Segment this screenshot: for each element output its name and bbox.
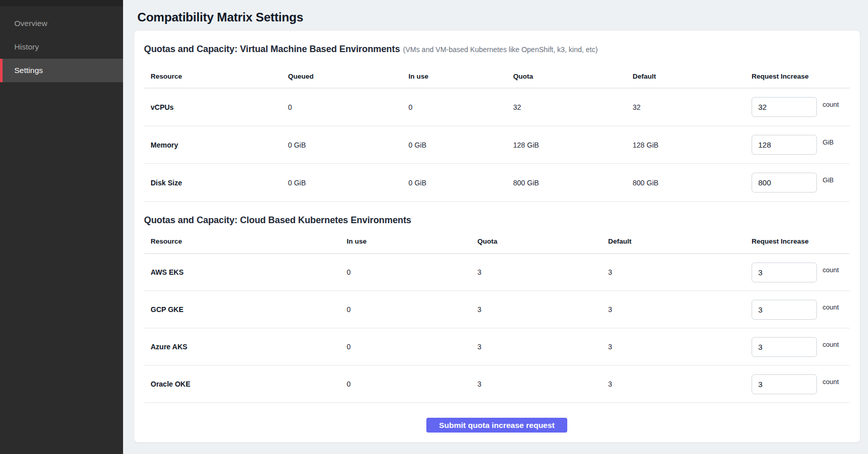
in-use-value: 0 GiB xyxy=(408,141,513,149)
quota-value: 128 GiB xyxy=(513,141,633,149)
page-title: Compatibility Matrix Settings xyxy=(137,10,860,25)
in-use-value: 0 GiB xyxy=(408,179,513,187)
in-use-value: 0 xyxy=(408,103,513,111)
azure-aks-request-input[interactable] xyxy=(752,337,817,357)
cloud-table-header: Resource In use Quota Default Request In… xyxy=(144,229,850,254)
col-header-queued: Queued xyxy=(288,73,408,80)
cloud-section-title: Quotas and Capacity: Cloud Based Kuberne… xyxy=(144,215,412,225)
default-value: 3 xyxy=(608,305,752,314)
resource-label: AWS EKS xyxy=(151,268,347,276)
quota-value: 32 xyxy=(513,103,633,111)
col-header-resource: Resource xyxy=(151,237,347,245)
resource-label: Oracle OKE xyxy=(151,380,347,388)
request-increase-cell: GiB xyxy=(752,135,850,155)
resource-label: Memory xyxy=(151,141,288,149)
sidebar-item-label: Settings xyxy=(14,66,43,75)
default-value: 3 xyxy=(608,268,752,276)
resource-label: Disk Size xyxy=(151,179,288,187)
in-use-value: 0 xyxy=(347,305,477,314)
table-row-vcpus: vCPUs 0 0 32 32 count xyxy=(144,88,850,126)
quota-value: 3 xyxy=(477,268,608,276)
quota-value: 800 GiB xyxy=(513,179,633,187)
table-row-azure-aks: Azure AKS 0 3 3 count xyxy=(144,328,850,366)
memory-request-input[interactable] xyxy=(752,135,817,155)
vm-section-title: Quotas and Capacity: Virtual Machine Bas… xyxy=(144,44,400,54)
disk-size-request-input[interactable] xyxy=(752,173,817,193)
resource-label: vCPUs xyxy=(151,103,288,111)
table-row-disk-size: Disk Size 0 GiB 0 GiB 800 GiB 800 GiB Gi… xyxy=(144,164,850,202)
unit-label: count xyxy=(823,378,839,386)
col-header-default: Default xyxy=(608,237,752,245)
table-row-gcp-gke: GCP GKE 0 3 3 count xyxy=(144,291,850,328)
cloud-section: Quotas and Capacity: Cloud Based Kuberne… xyxy=(144,214,850,403)
sidebar-item-history[interactable]: History xyxy=(0,35,123,59)
in-use-value: 0 xyxy=(347,268,477,276)
unit-label: GiB xyxy=(823,138,834,146)
request-increase-cell: count xyxy=(752,300,850,320)
main-content: Compatibility Matrix Settings Quotas and… xyxy=(123,0,868,454)
sidebar-item-label: Overview xyxy=(14,19,47,28)
request-increase-cell: count xyxy=(752,97,850,117)
vm-section: Quotas and Capacity: Virtual Machine Bas… xyxy=(144,43,850,202)
sidebar-item-label: History xyxy=(14,42,39,52)
col-header-request-increase: Request Increase xyxy=(752,237,850,245)
default-value: 32 xyxy=(633,103,752,111)
queued-value: 0 GiB xyxy=(288,179,408,187)
unit-label: count xyxy=(823,341,839,348)
submit-quota-increase-button[interactable]: Submit quota increase request xyxy=(426,418,568,433)
vm-table: Resource Queued In use Quota Default Req… xyxy=(144,65,850,202)
settings-card: Quotas and Capacity: Virtual Machine Bas… xyxy=(134,30,860,443)
col-header-resource: Resource xyxy=(151,73,288,80)
table-row-oracle-oke: Oracle OKE 0 3 3 count xyxy=(144,366,850,403)
active-accent-bar xyxy=(0,59,3,82)
vm-section-subtitle: (VMs and VM-based Kubernetes like OpenSh… xyxy=(403,45,597,54)
vm-table-header: Resource Queued In use Quota Default Req… xyxy=(144,65,850,88)
default-value: 3 xyxy=(608,343,752,351)
quota-value: 3 xyxy=(477,305,608,314)
table-row-aws-eks: AWS EKS 0 3 3 count xyxy=(144,254,850,291)
request-increase-cell: count xyxy=(752,337,850,357)
col-header-quota: Quota xyxy=(477,237,608,245)
unit-label: count xyxy=(823,101,839,108)
quota-value: 3 xyxy=(477,343,608,351)
in-use-value: 0 xyxy=(347,343,477,351)
cloud-section-heading: Quotas and Capacity: Cloud Based Kuberne… xyxy=(144,214,850,226)
vcpus-request-input[interactable] xyxy=(752,97,817,117)
quota-value: 3 xyxy=(477,380,608,388)
col-header-in-use: In use xyxy=(347,237,477,245)
request-increase-cell: GiB xyxy=(752,173,850,193)
request-increase-cell: count xyxy=(752,374,850,394)
col-header-default: Default xyxy=(633,73,752,80)
col-header-in-use: In use xyxy=(408,73,513,80)
default-value: 128 GiB xyxy=(633,141,752,149)
oracle-oke-request-input[interactable] xyxy=(752,374,817,394)
unit-label: GiB xyxy=(823,176,834,184)
aws-eks-request-input[interactable] xyxy=(752,262,817,282)
resource-label: Azure AKS xyxy=(151,343,347,351)
resource-label: GCP GKE xyxy=(151,305,347,314)
table-row-memory: Memory 0 GiB 0 GiB 128 GiB 128 GiB GiB xyxy=(144,126,850,164)
sidebar: Overview History Settings xyxy=(0,0,123,454)
default-value: 800 GiB xyxy=(633,179,752,187)
col-header-request-increase: Request Increase xyxy=(752,73,850,80)
sidebar-item-settings[interactable]: Settings xyxy=(0,59,123,82)
sidebar-item-overview[interactable]: Overview xyxy=(0,12,123,35)
unit-label: count xyxy=(823,266,839,274)
in-use-value: 0 xyxy=(347,380,477,388)
request-increase-cell: count xyxy=(752,262,850,282)
unit-label: count xyxy=(823,303,839,311)
gcp-gke-request-input[interactable] xyxy=(752,300,817,320)
submit-button-row: Submit quota increase request xyxy=(144,418,850,433)
queued-value: 0 GiB xyxy=(288,141,408,149)
col-header-quota: Quota xyxy=(513,73,633,80)
default-value: 3 xyxy=(608,380,752,388)
vm-section-heading: Quotas and Capacity: Virtual Machine Bas… xyxy=(144,43,850,56)
queued-value: 0 xyxy=(288,103,408,111)
cloud-table: Resource In use Quota Default Request In… xyxy=(144,229,850,403)
